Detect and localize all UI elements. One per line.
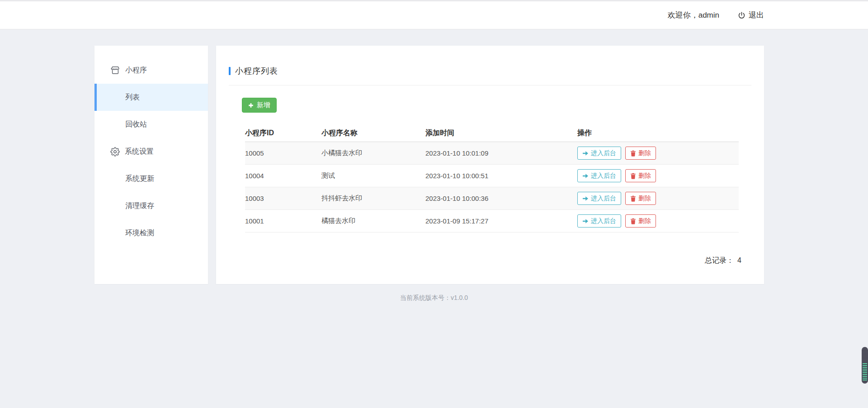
enter-admin-button[interactable]: 进入后台 bbox=[577, 214, 621, 228]
arrow-right-icon bbox=[582, 218, 589, 224]
arrow-right-icon bbox=[582, 173, 589, 179]
cell-time: 2023-01-10 10:01:09 bbox=[425, 149, 577, 157]
cell-name: 抖抖虾去水印 bbox=[321, 194, 425, 203]
sidebar-item-clear-cache[interactable]: 清理缓存 bbox=[94, 192, 208, 219]
sidebar-item-label: 回收站 bbox=[125, 120, 147, 129]
sidebar-item-miniprogram[interactable]: 小程序 bbox=[94, 57, 208, 84]
column-header-id: 小程序ID bbox=[245, 128, 321, 138]
plus-icon bbox=[248, 103, 254, 108]
delete-button[interactable]: 删除 bbox=[625, 192, 656, 205]
sidebar-item-label: 列表 bbox=[125, 93, 140, 102]
delete-label: 删除 bbox=[638, 149, 651, 157]
scrollbar-thumb[interactable] bbox=[862, 347, 868, 384]
sidebar: 小程序 列表 回收站 系统设置 系统更新 清理缓存 环境检测 bbox=[94, 46, 208, 284]
table-row: 10005 小橘猫去水印 2023-01-10 10:01:09 进入后台 删除 bbox=[245, 142, 739, 165]
table-header-row: 小程序ID 小程序名称 添加时间 操作 bbox=[245, 124, 739, 142]
gear-icon bbox=[110, 147, 120, 157]
add-button[interactable]: 新增 bbox=[242, 98, 277, 113]
sidebar-item-label: 清理缓存 bbox=[125, 201, 154, 211]
mini-program-icon bbox=[110, 65, 120, 75]
trash-icon bbox=[630, 218, 636, 224]
panel-title-row: 小程序列表 bbox=[229, 66, 751, 76]
title-divider bbox=[229, 85, 751, 85]
table-row: 10003 抖抖虾去水印 2023-01-10 10:00:36 进入后台 删除 bbox=[245, 187, 739, 210]
welcome-text: 欢迎你，admin bbox=[668, 10, 719, 20]
delete-button[interactable]: 删除 bbox=[625, 147, 656, 160]
total-records: 总记录：4 bbox=[216, 256, 764, 266]
logout-label: 退出 bbox=[749, 10, 764, 20]
arrow-right-icon bbox=[582, 196, 589, 201]
delete-label: 删除 bbox=[638, 172, 651, 180]
table-row: 10001 橘猫去水印 2023-01-09 15:17:27 进入后台 删除 bbox=[245, 210, 739, 232]
page-title: 小程序列表 bbox=[235, 66, 278, 76]
sidebar-item-label: 系统设置 bbox=[125, 147, 154, 157]
cell-id: 10005 bbox=[245, 149, 321, 157]
delete-button[interactable]: 删除 bbox=[625, 214, 656, 228]
cell-name: 橘猫去水印 bbox=[321, 217, 425, 225]
enter-admin-label: 进入后台 bbox=[591, 172, 616, 180]
enter-admin-label: 进入后台 bbox=[591, 217, 616, 225]
cell-id: 10004 bbox=[245, 172, 321, 180]
cell-time: 2023-01-10 10:00:36 bbox=[425, 195, 577, 202]
top-header: 欢迎你，admin 退出 bbox=[0, 0, 868, 29]
add-button-label: 新增 bbox=[257, 101, 270, 109]
scrollbar-marks bbox=[863, 363, 867, 380]
column-header-name: 小程序名称 bbox=[321, 128, 425, 138]
arrow-right-icon bbox=[582, 151, 589, 156]
trash-icon bbox=[630, 150, 636, 157]
sidebar-item-system-settings[interactable]: 系统设置 bbox=[94, 138, 208, 165]
cell-name: 小橘猫去水印 bbox=[321, 149, 425, 157]
delete-label: 删除 bbox=[638, 217, 651, 225]
cell-name: 测试 bbox=[321, 171, 425, 180]
sidebar-item-label: 环境检测 bbox=[125, 228, 154, 238]
miniprogram-table: 小程序ID 小程序名称 添加时间 操作 10005 小橘猫去水印 2023-01… bbox=[245, 124, 739, 232]
enter-admin-label: 进入后台 bbox=[591, 195, 616, 203]
enter-admin-button[interactable]: 进入后台 bbox=[577, 169, 621, 182]
delete-label: 删除 bbox=[638, 195, 651, 203]
sidebar-item-system-update[interactable]: 系统更新 bbox=[94, 165, 208, 192]
total-records-label: 总记录： bbox=[705, 256, 734, 264]
cell-id: 10001 bbox=[245, 217, 321, 225]
enter-admin-button[interactable]: 进入后台 bbox=[577, 192, 621, 205]
cell-time: 2023-01-09 15:17:27 bbox=[425, 217, 577, 225]
sidebar-item-env-check[interactable]: 环境检测 bbox=[94, 219, 208, 247]
total-records-value: 4 bbox=[737, 256, 741, 264]
logout-button[interactable]: 退出 bbox=[737, 10, 764, 20]
trash-icon bbox=[630, 173, 636, 179]
enter-admin-label: 进入后台 bbox=[591, 149, 616, 157]
cell-id: 10003 bbox=[245, 195, 321, 202]
sidebar-item-recycle-bin[interactable]: 回收站 bbox=[94, 111, 208, 138]
delete-button[interactable]: 删除 bbox=[625, 169, 656, 182]
trash-icon bbox=[630, 195, 636, 202]
column-header-time: 添加时间 bbox=[425, 128, 577, 138]
version-footer: 当前系统版本号：v1.0.0 bbox=[0, 294, 868, 302]
sidebar-item-label: 系统更新 bbox=[125, 174, 154, 184]
cell-time: 2023-01-10 10:00:51 bbox=[425, 172, 577, 180]
sidebar-item-label: 小程序 bbox=[125, 66, 147, 75]
enter-admin-button[interactable]: 进入后台 bbox=[577, 147, 621, 160]
power-icon bbox=[737, 11, 746, 20]
column-header-actions: 操作 bbox=[577, 128, 739, 138]
title-marker bbox=[229, 67, 231, 75]
sidebar-item-list[interactable]: 列表 bbox=[94, 84, 208, 111]
main-panel: 小程序列表 新增 小程序ID 小程序名称 添加时间 操作 10005 小橘猫去水… bbox=[216, 46, 764, 284]
table-row: 10004 测试 2023-01-10 10:00:51 进入后台 删除 bbox=[245, 165, 739, 187]
